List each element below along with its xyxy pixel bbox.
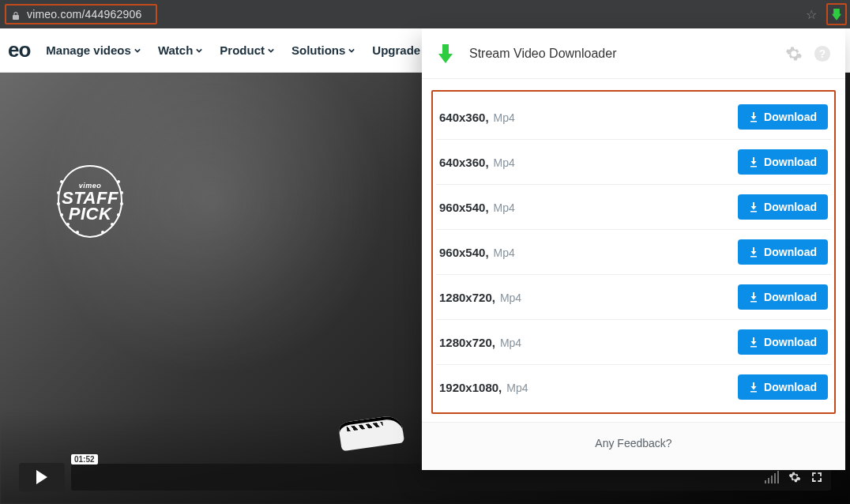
nav-item-label: Solutions — [291, 43, 345, 57]
format-text: Mp4 — [494, 201, 515, 214]
download-icon — [749, 291, 758, 303]
svg-text:?: ? — [819, 47, 826, 59]
fullscreen-icon[interactable] — [811, 471, 823, 483]
feedback-link[interactable]: Any Feedback? — [422, 422, 845, 470]
download-button[interactable]: Download — [738, 194, 828, 220]
resolution-text: 960x540 — [439, 246, 489, 259]
download-button[interactable]: Download — [738, 374, 828, 400]
download-button-label: Download — [764, 201, 817, 213]
volume-control[interactable] — [765, 471, 779, 483]
download-button[interactable]: Download — [738, 149, 828, 175]
url-text[interactable]: vimeo.com/444962906 — [27, 8, 141, 21]
help-icon[interactable]: ? — [814, 45, 831, 62]
url-highlight-box: vimeo.com/444962906 — [5, 4, 157, 24]
download-button-label: Download — [764, 381, 817, 393]
popup-title: Stream Video Downloader — [469, 47, 616, 61]
nav-watch[interactable]: Watch — [158, 43, 202, 57]
download-icon — [749, 156, 758, 167]
download-icon — [749, 111, 758, 122]
extension-icon-highlight — [826, 3, 847, 25]
resolution-text: 1280x720 — [439, 291, 495, 304]
url-host: vimeo.com — [27, 8, 81, 21]
play-button[interactable] — [19, 463, 65, 491]
download-row: 1280x720Mp4Download — [436, 275, 831, 320]
url-path: /444962906 — [81, 8, 141, 21]
downloader-logo-icon — [436, 43, 455, 65]
format-text: Mp4 — [494, 156, 515, 169]
download-row: 960x540Mp4Download — [436, 230, 831, 275]
resolution-text: 960x540 — [439, 201, 489, 214]
format-text: Mp4 — [506, 382, 528, 394]
resolution-text: 1920x1080 — [439, 381, 502, 394]
download-list-highlight: 640x360Mp4Download640x360Mp4Download960x… — [431, 90, 836, 414]
nav-manage-videos[interactable]: Manage videos — [46, 43, 141, 57]
chevron-down-icon — [196, 47, 202, 54]
download-button-label: Download — [764, 246, 817, 258]
settings-gear-icon[interactable] — [788, 471, 801, 483]
nav-item-label: Product — [220, 43, 265, 57]
browser-address-bar: vimeo.com/444962906 ☆ — [0, 0, 850, 28]
chevron-down-icon — [268, 47, 274, 54]
format-text: Mp4 — [500, 291, 521, 304]
download-button-label: Download — [764, 156, 817, 168]
staff-pick-line2: PICK — [69, 206, 112, 222]
download-button-label: Download — [764, 336, 817, 348]
download-row: 960x540Mp4Download — [436, 185, 831, 230]
staff-pick-badge: vimeo STAFF PICK — [49, 161, 131, 243]
nav-item-label: Manage videos — [46, 43, 131, 57]
download-button-label: Download — [764, 111, 817, 123]
chevron-down-icon — [134, 47, 141, 54]
downloader-popup: Stream Video Downloader ? 640x360Mp4Down… — [422, 28, 845, 470]
format-text: Mp4 — [494, 111, 515, 124]
chevron-down-icon — [348, 47, 355, 54]
bookmark-star-icon[interactable]: ☆ — [806, 7, 817, 22]
format-text: Mp4 — [494, 246, 515, 259]
resolution-text: 1280x720 — [439, 336, 495, 349]
settings-gear-icon[interactable] — [785, 45, 803, 62]
download-row: 640x360Mp4Download — [436, 95, 831, 140]
nav-upgrade[interactable]: Upgrade — [372, 43, 420, 57]
lock-icon — [11, 9, 21, 19]
download-button[interactable]: Download — [738, 104, 828, 130]
vimeo-logo-fragment[interactable]: eo — [8, 38, 30, 62]
popup-header: Stream Video Downloader ? — [422, 28, 845, 79]
format-text: Mp4 — [500, 337, 521, 349]
download-icon — [749, 337, 758, 348]
nav-solutions[interactable]: Solutions — [291, 43, 355, 57]
time-elapsed: 01:52 — [71, 454, 98, 465]
resolution-text: 640x360 — [439, 111, 489, 124]
download-button[interactable]: Download — [738, 284, 828, 310]
resolution-text: 640x360 — [439, 156, 489, 169]
play-icon — [36, 470, 47, 484]
download-icon — [749, 201, 758, 213]
download-icon — [749, 382, 758, 393]
nav-item-label: Watch — [158, 43, 193, 57]
download-button[interactable]: Download — [738, 239, 828, 265]
download-row: 640x360Mp4Download — [436, 140, 831, 185]
download-button-label: Download — [764, 291, 817, 303]
download-icon — [749, 246, 758, 258]
download-button[interactable]: Download — [738, 329, 828, 355]
download-row: 1920x1080Mp4Download — [436, 365, 831, 409]
nav-item-label: Upgrade — [372, 43, 420, 57]
extension-downloader-icon[interactable] — [831, 8, 842, 21]
download-row: 1280x720Mp4Download — [436, 320, 831, 365]
nav-product[interactable]: Product — [220, 43, 274, 57]
